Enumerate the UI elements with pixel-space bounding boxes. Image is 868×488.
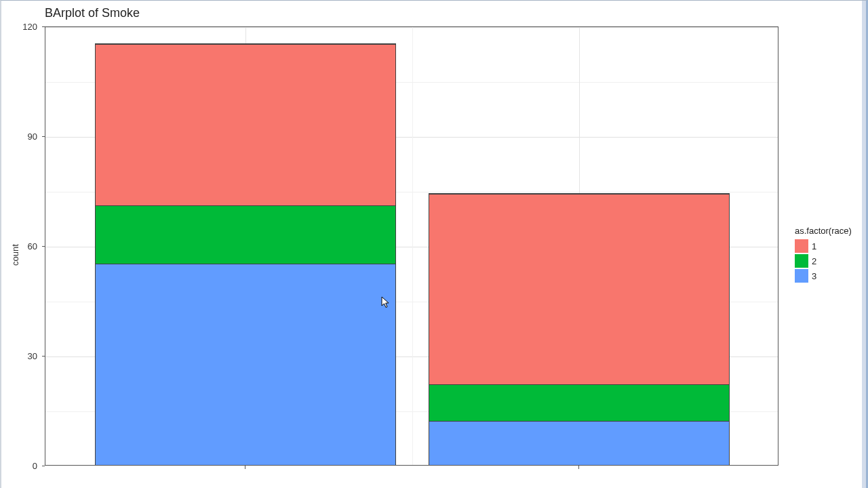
- gridline-h: [45, 27, 778, 28]
- y-tick-mark: [42, 466, 45, 466]
- bar-segment-race-2: [429, 384, 730, 421]
- y-tick-label: 60: [28, 241, 37, 251]
- legend-swatch-icon: [795, 269, 808, 283]
- y-tick-label: 0: [33, 461, 37, 471]
- x-tick-mark: [245, 466, 245, 469]
- y-tick-label: 120: [22, 22, 37, 32]
- bar-1: [429, 194, 730, 465]
- legend-label: 2: [812, 256, 816, 266]
- legend-title: as.factor(race): [795, 226, 852, 236]
- legend-label: 1: [812, 241, 816, 251]
- legend-swatch-icon: [795, 239, 808, 253]
- chart-title: BArplot of Smoke: [45, 6, 140, 20]
- scrollbar-vertical[interactable]: [862, 1, 866, 488]
- legend: as.factor(race) 1 2 3: [795, 226, 852, 283]
- x-tick-mark: [578, 466, 579, 469]
- plot-area: [45, 26, 778, 466]
- legend-label: 3: [812, 271, 816, 281]
- legend-item-2: 2: [795, 253, 852, 268]
- y-axis-label: count: [10, 244, 20, 266]
- bar-0: [96, 44, 396, 465]
- legend-item-3: 3: [795, 268, 852, 283]
- gridline-v-minor: [412, 27, 413, 465]
- bar-segment-race-3: [96, 264, 396, 465]
- bar-segment-race-1: [429, 194, 730, 384]
- plot-window: BArplot of Smoke count 0306090120 as.fac…: [0, 0, 868, 488]
- bar-segment-race-2: [96, 205, 396, 264]
- y-tick-label: 30: [28, 351, 37, 361]
- bar-segment-race-3: [429, 421, 730, 465]
- y-tick-label: 90: [28, 131, 37, 142]
- bar-segment-race-1: [96, 44, 396, 205]
- legend-item-1: 1: [795, 239, 852, 253]
- legend-swatch-icon: [795, 254, 808, 268]
